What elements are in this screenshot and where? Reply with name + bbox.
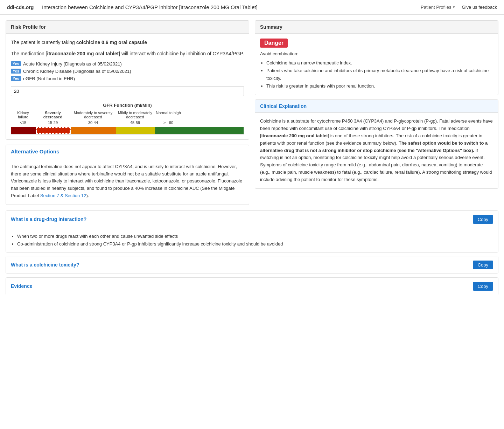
avoid-text: Avoid combination: — [260, 51, 493, 56]
left-column: Risk Profile for The patient is currentl… — [6, 20, 249, 205]
gfr-bar-seg-severe — [36, 127, 71, 134]
section-colchicine-toxicity: What is a colchicine toxicity? Copy — [6, 256, 498, 274]
gfr-col-labels: Kidney failure Severely decreased Modera… — [11, 111, 244, 119]
line2-suffix: ] will interact with colchicine by inhib… — [119, 51, 244, 56]
header-nav: Patient Profiles Give us feedback — [421, 5, 497, 10]
section-evidence-title: Evidence — [11, 283, 32, 289]
gfr-range-4: >= 60 — [154, 120, 182, 125]
checkbox-label-egfr: eGFR (Not found in EHR) — [23, 76, 75, 81]
clinical-explanation-card: Clinical Explanation Colchicine is a sub… — [255, 99, 498, 188]
alt-options-body: The antifungal terbinafine does not appe… — [6, 158, 249, 205]
drug-drug-bullet-1: Co-administration of colchicine and stro… — [17, 240, 493, 248]
summary-header: Summary — [255, 21, 498, 34]
gfr-chart-title: GFR Function (ml/Min) — [11, 103, 244, 108]
gfr-label-4: Normal to high — [154, 111, 182, 119]
summary-bullet-0: Colchicine has a narrow therapeutic inde… — [266, 59, 493, 67]
gfr-range-1: 15-29 — [35, 120, 70, 125]
bottom-sections: What is a drug-drug interaction? Copy Wh… — [6, 210, 498, 295]
checkbox-row-ckd: Yes Chronic Kidney Disease (Diagnosis as… — [11, 69, 244, 74]
section-drug-drug-content: When two or more drugs react with each o… — [6, 228, 498, 252]
clinical-header: Clinical Explanation — [255, 100, 498, 113]
line1-bold: colchicine 0.6 mg oral capsule — [76, 40, 147, 45]
gfr-bar-seg-mod-severe — [71, 127, 116, 134]
main-content: Risk Profile for The patient is currentl… — [0, 15, 504, 304]
clinical-body: Colchicine is a substrate for cytochrome… — [255, 113, 498, 188]
danger-badge: Danger — [260, 39, 288, 48]
gfr-chart: GFR Function (ml/Min) Kidney failure Sev… — [11, 103, 244, 134]
right-column: Summary Danger Avoid combination: Colchi… — [255, 20, 498, 205]
gfr-bar-seg-normal — [155, 127, 244, 134]
alt-options-title: Alternative Options — [6, 145, 249, 158]
alt-options-link[interactable]: Section 7 & Section 12 — [40, 193, 86, 198]
section-drug-drug: What is a drug-drug interaction? Copy Wh… — [6, 210, 498, 252]
checkbox-label-aki: Acute Kidney Injury (Diagnosis as of 05/… — [23, 61, 122, 67]
patient-profiles-button[interactable]: Patient Profiles — [421, 5, 455, 10]
section-drug-drug-header: What is a drug-drug interaction? Copy — [6, 211, 498, 228]
section-drug-drug-title: What is a drug-drug interaction? — [11, 216, 86, 222]
copy-button-colchicine-toxicity[interactable]: Copy — [473, 261, 493, 269]
risk-text-line1: The patient is currently taking colchici… — [11, 39, 244, 46]
drug-drug-list: When two or more drugs react with each o… — [11, 233, 493, 248]
summary-bullet-1: Patients who take colchicine and inhibit… — [266, 67, 493, 82]
section-evidence: Evidence Copy — [6, 277, 498, 295]
line1-prefix: The patient is currently taking — [11, 40, 76, 45]
gfr-range-3: 45-59 — [116, 120, 154, 125]
copy-button-evidence[interactable]: Copy — [473, 282, 493, 291]
gfr-bar-seg-mild-mod — [116, 127, 155, 134]
alt-options-end: ). — [86, 193, 89, 198]
gfr-bar-seg-failure — [11, 127, 36, 134]
gfr-bar-container — [11, 127, 244, 134]
gfr-label-3: Mildly to moderately decreased — [116, 111, 154, 119]
risk-text-line2: The medication [itraconazole 200 mg oral… — [11, 50, 244, 57]
risk-profile-card: Risk Profile for The patient is currentl… — [6, 20, 249, 140]
egfr-input[interactable] — [11, 86, 244, 96]
line2-bold: itraconazole 200 mg oral tablet — [47, 51, 119, 56]
top-row: Risk Profile for The patient is currentl… — [6, 20, 498, 205]
section-colchicine-toxicity-title: What is a colchicine toxicity? — [11, 262, 79, 268]
feedback-button[interactable]: Give us feedback — [462, 5, 497, 10]
summary-card: Summary Danger Avoid combination: Colchi… — [255, 20, 498, 95]
yes-badge-ckd: Yes — [11, 69, 21, 74]
copy-button-drug-drug[interactable]: Copy — [473, 215, 493, 224]
summary-bullet-2: This risk is greater in patients with po… — [266, 82, 493, 90]
gfr-label-0: Kidney failure — [11, 111, 35, 119]
logo: ddi-cds.org — [7, 5, 38, 10]
gfr-label-2: Moderately to severely decreased — [70, 111, 116, 119]
header: ddi-cds.org Interaction between Colchici… — [0, 0, 504, 15]
summary-list: Colchicine has a narrow therapeutic inde… — [260, 59, 493, 90]
gfr-label-1: Severely decreased — [35, 111, 70, 119]
checkbox-label-ckd: Chronic Kidney Disease (Diagnosis as of … — [23, 69, 131, 74]
yes-badge-egfr: Yes — [11, 76, 21, 81]
checkbox-row-aki: Yes Acute Kidney Injury (Diagnosis as of… — [11, 61, 244, 67]
risk-profile-header: Risk Profile for — [6, 21, 249, 34]
clinical-bold1: itraconazole 200 mg oral tablet — [261, 133, 328, 138]
gfr-range-labels: <15 15-29 30-44 45-59 >= 60 — [11, 120, 244, 125]
alternative-options-card: Alternative Options The antifungal terbi… — [6, 145, 249, 205]
summary-body: Danger Avoid combination: Colchicine has… — [255, 34, 498, 95]
line2-prefix: The medication [ — [11, 51, 47, 56]
section-colchicine-toxicity-header: What is a colchicine toxicity? Copy — [6, 256, 498, 274]
section-evidence-header: Evidence Copy — [6, 278, 498, 295]
page-title: Interaction between Colchicine and CYP3A… — [38, 4, 421, 10]
drug-drug-bullet-0: When two or more drugs react with each o… — [17, 233, 493, 240]
risk-profile-body: The patient is currently taking colchici… — [6, 34, 249, 139]
gfr-range-2: 30-44 — [70, 120, 116, 125]
checkbox-row-egfr: Yes eGFR (Not found in EHR) — [11, 76, 244, 81]
gfr-range-0: <15 — [11, 120, 35, 125]
yes-badge-aki: Yes — [11, 61, 21, 66]
